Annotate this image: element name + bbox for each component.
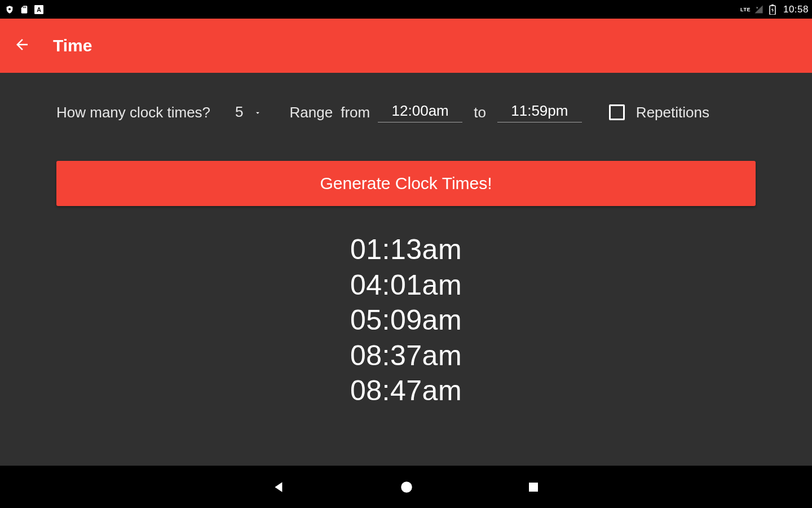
circle-home-icon — [399, 480, 414, 494]
shield-icon — [5, 5, 15, 15]
count-value: 5 — [235, 103, 243, 121]
nav-back-button[interactable] — [272, 480, 286, 494]
back-button[interactable] — [14, 36, 30, 55]
status-bar: A LTE 10:58 — [0, 0, 812, 19]
howmany-label: How many clock times? — [56, 104, 210, 121]
page-title: Time — [53, 36, 92, 55]
result-item: 08:37am — [350, 338, 462, 374]
sd-card-icon — [19, 5, 29, 15]
results-list: 01:13am 04:01am 05:09am 08:37am 08:47am — [56, 232, 756, 409]
count-select[interactable]: 5 — [235, 103, 261, 122]
status-clock: 10:58 — [783, 4, 809, 15]
svg-rect-9 — [529, 483, 538, 492]
result-item: 01:13am — [350, 232, 462, 268]
nav-recent-button[interactable] — [527, 480, 540, 494]
result-item: 05:09am — [350, 303, 462, 338]
letter-a-icon: A — [34, 5, 44, 15]
svg-point-8 — [401, 481, 412, 493]
to-time-input[interactable]: 11:59pm — [497, 102, 582, 122]
nav-home-button[interactable] — [399, 480, 414, 494]
svg-rect-3 — [25, 6, 26, 8]
from-label: from — [341, 104, 370, 121]
svg-rect-7 — [771, 5, 774, 6]
repetitions-label: Repetitions — [636, 104, 709, 121]
signal-icon — [754, 5, 764, 15]
svg-rect-1 — [23, 6, 24, 8]
content-area: How many clock times? 5 Range from 12:00… — [0, 73, 812, 466]
from-time-input[interactable]: 12:00am — [378, 102, 462, 122]
result-item: 08:47am — [350, 373, 462, 409]
repetitions-checkbox[interactable] — [609, 104, 625, 120]
svg-rect-2 — [24, 6, 25, 8]
config-row: How many clock times? 5 Range from 12:00… — [56, 95, 756, 129]
app-bar: Time — [0, 19, 812, 73]
triangle-back-icon — [272, 480, 286, 494]
svg-text:A: A — [37, 6, 41, 13]
square-recent-icon — [527, 480, 540, 494]
status-right: LTE 10:58 — [740, 4, 809, 15]
status-left: A — [5, 5, 44, 15]
navigation-bar — [0, 466, 812, 508]
result-item: 04:01am — [350, 268, 462, 303]
to-label: to — [474, 104, 486, 121]
battery-charging-icon — [767, 5, 778, 15]
range-label: Range — [290, 104, 333, 121]
lte-icon: LTE — [740, 7, 751, 12]
svg-point-0 — [8, 8, 11, 10]
arrow-back-icon — [14, 36, 30, 53]
generate-button[interactable]: Generate Clock Times! — [56, 161, 756, 206]
caret-down-icon — [254, 103, 262, 121]
